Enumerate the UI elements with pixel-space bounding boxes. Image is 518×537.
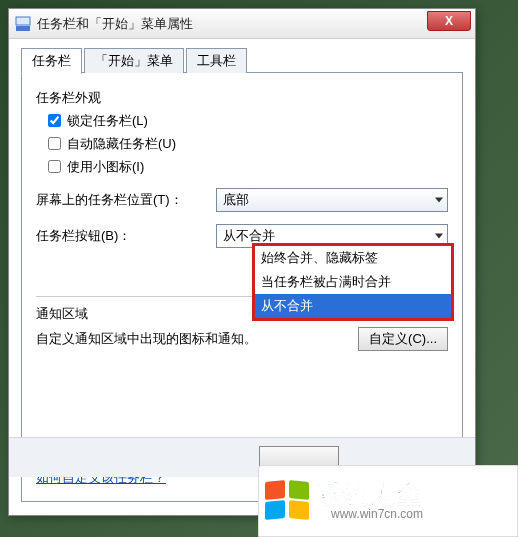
smallicons-row[interactable]: 使用小图标(I) <box>44 157 448 176</box>
chevron-down-icon <box>435 198 443 203</box>
autohide-row[interactable]: 自动隐藏任务栏(U) <box>44 134 448 153</box>
titlebar: 任务栏和「开始」菜单属性 X <box>9 9 475 39</box>
windows-logo-icon <box>263 481 311 521</box>
position-value: 底部 <box>223 191 249 209</box>
position-label: 屏幕上的任务栏位置(T)： <box>36 191 216 209</box>
chevron-down-icon <box>435 234 443 239</box>
tab-toolbars[interactable]: 工具栏 <box>186 48 247 73</box>
notify-row: 自定义通知区域中出现的图标和通知。 自定义(C)... <box>36 327 448 351</box>
window-title: 任务栏和「开始」菜单属性 <box>37 15 193 33</box>
position-row: 屏幕上的任务栏位置(T)： 底部 <box>36 188 448 212</box>
dropdown-option-never[interactable]: 从不合并 <box>255 294 451 318</box>
watermark-text: 系统大全 <box>315 481 423 507</box>
watermark: 系统大全 www.win7cn.com <box>258 465 518 537</box>
lock-taskbar-label: 锁定任务栏(L) <box>67 112 148 130</box>
buttons-value: 从不合并 <box>223 227 275 245</box>
buttons-label: 任务栏按钮(B)： <box>36 227 216 245</box>
tab-taskbar[interactable]: 任务栏 <box>21 48 82 74</box>
autohide-checkbox[interactable] <box>48 137 61 150</box>
appearance-group-label: 任务栏外观 <box>36 89 448 107</box>
smallicons-label: 使用小图标(I) <box>67 158 144 176</box>
position-select[interactable]: 底部 <box>216 188 448 212</box>
svg-rect-0 <box>16 26 30 31</box>
customize-button[interactable]: 自定义(C)... <box>358 327 448 351</box>
buttons-dropdown: 始终合并、隐藏标签 当任务栏被占满时合并 从不合并 <box>254 245 452 319</box>
taskbar-icon <box>15 16 31 32</box>
dialog-body: 任务栏 「开始」菜单 工具栏 任务栏外观 锁定任务栏(L) 自动隐藏任务栏(U)… <box>9 39 475 515</box>
properties-dialog: 任务栏和「开始」菜单属性 X 任务栏 「开始」菜单 工具栏 任务栏外观 锁定任务… <box>8 8 476 516</box>
close-icon: X <box>445 14 453 28</box>
dropdown-option-always[interactable]: 始终合并、隐藏标签 <box>255 246 451 270</box>
tab-startmenu[interactable]: 「开始」菜单 <box>84 48 184 73</box>
dropdown-option-whenfull[interactable]: 当任务栏被占满时合并 <box>255 270 451 294</box>
smallicons-checkbox[interactable] <box>48 160 61 173</box>
notify-desc: 自定义通知区域中出现的图标和通知。 <box>36 330 358 348</box>
lock-taskbar-row[interactable]: 锁定任务栏(L) <box>44 111 448 130</box>
close-button[interactable]: X <box>427 11 471 31</box>
tabstrip: 任务栏 「开始」菜单 工具栏 <box>21 47 463 72</box>
svg-rect-1 <box>16 17 30 25</box>
autohide-label: 自动隐藏任务栏(U) <box>67 135 176 153</box>
lock-taskbar-checkbox[interactable] <box>48 114 61 127</box>
watermark-url: www.win7cn.com <box>331 507 423 521</box>
